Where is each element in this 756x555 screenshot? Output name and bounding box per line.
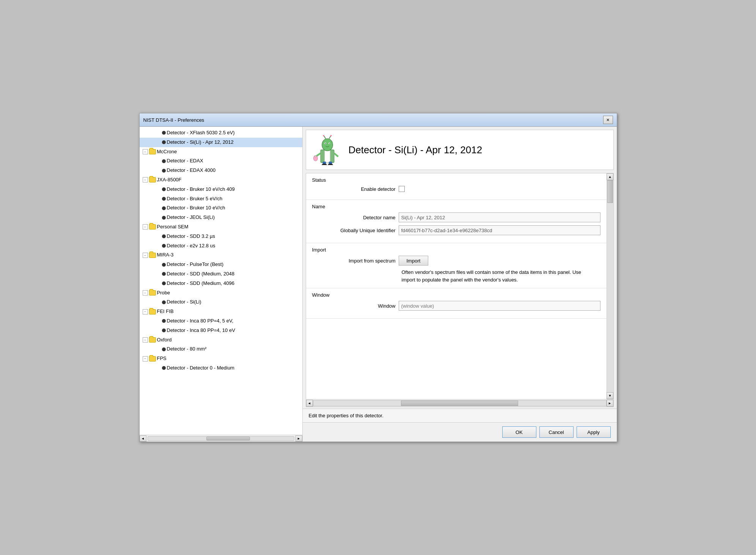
detail-hscroll-left-arrow[interactable]: ◄	[306, 400, 313, 407]
tree-item-label: Detector - Bruker 5 eV/ch	[167, 195, 223, 203]
detail-scrollable[interactable]: Status Enable detector Name Detector nam…	[306, 173, 607, 399]
section-status: Status Enable detector	[306, 173, 607, 200]
tree-item-label: FEI FIB	[157, 308, 174, 316]
tree-item-xflash[interactable]: Detector - XFlash 5030 2.5 eV)	[140, 128, 302, 138]
tree-item-label: Personal SEM	[157, 223, 189, 231]
expand-icon-mccrone[interactable]: −	[143, 149, 148, 154]
tree-item-sdd32[interactable]: Detector - SDD 3.2 µs	[140, 232, 302, 241]
tree-item-label: Detector - Si(Li) - Apr 12, 2012	[167, 138, 234, 146]
tree-item-label: Detector - Bruker 10 eV/ch	[167, 204, 225, 212]
tree-container[interactable]: Detector - XFlash 5030 2.5 eV) Detector …	[140, 127, 302, 435]
tree-item-bruker10-409[interactable]: Detector - Bruker 10 eV/ch 409	[140, 185, 302, 194]
tree-item-label: Detector - SDD 3.2 µs	[167, 233, 215, 241]
detail-hscroll[interactable]: ◄ ►	[306, 399, 613, 407]
left-hscroll[interactable]: ◄ ►	[140, 435, 302, 442]
expand-icon-oxford[interactable]: −	[143, 337, 148, 343]
hscroll-track[interactable]	[148, 436, 294, 441]
cancel-button[interactable]: Cancel	[539, 426, 574, 438]
detector-header: Detector - Si(Li) - Apr 12, 2012	[306, 130, 614, 170]
leaf-bullet	[162, 169, 166, 173]
leaf-bullet	[162, 244, 166, 248]
close-button[interactable]: ✕	[603, 116, 613, 124]
tree-item-inca80-10ev[interactable]: Detector - Inca 80 PP=4, 10 eV	[140, 326, 302, 335]
status-text: Edit the properties of this detector.	[309, 413, 384, 418]
tree-item-mccrone[interactable]: − McCrone	[140, 147, 302, 157]
title-bar-controls: ✕	[603, 116, 613, 124]
leaf-bullet	[162, 206, 166, 210]
section-name: Name Detector name Globally Unique Ident…	[306, 200, 607, 243]
folder-icon-jxa8500f	[149, 177, 156, 182]
ok-button[interactable]: OK	[502, 426, 536, 438]
folder-icon-fps	[149, 356, 156, 362]
hscroll-right-arrow[interactable]: ►	[295, 436, 302, 442]
tree-item-edax[interactable]: Detector - EDAX	[140, 156, 302, 166]
right-panel: Detector - Si(Li) - Apr 12, 2012 Status …	[303, 127, 617, 442]
tree-item-label: Detector - Inca 80 PP=4, 10 eV	[167, 327, 235, 335]
detail-hscroll-right-arrow[interactable]: ►	[607, 400, 613, 407]
tree-item-label: Detector - Si(Li)	[167, 298, 201, 306]
tree-item-fps[interactable]: − FPS	[140, 354, 302, 363]
tree-item-fei-fib[interactable]: − FEI FIB	[140, 307, 302, 316]
tree-item-sili-2012[interactable]: Detector - Si(Li) - Apr 12, 2012	[140, 138, 302, 147]
leaf-bullet	[162, 131, 166, 135]
tree-item-mira3[interactable]: − MIRA-3	[140, 250, 302, 260]
tree-item-label: Detector - JEOL Si(Li)	[167, 214, 215, 222]
enable-detector-label: Enable detector	[312, 186, 396, 192]
detector-name-input[interactable]	[399, 212, 600, 222]
folder-icon-fei-fib	[149, 309, 156, 314]
form-row-detector-name: Detector name	[312, 212, 600, 222]
expand-icon-mira3[interactable]: −	[143, 253, 148, 258]
svg-line-9	[329, 136, 330, 139]
apply-button[interactable]: Apply	[577, 426, 611, 438]
tree-item-label: Detector - Bruker 10 eV/ch 409	[167, 186, 235, 193]
tree-item-bruker10[interactable]: Detector - Bruker 10 eV/ch	[140, 203, 302, 213]
expand-icon-probe[interactable]: −	[143, 290, 148, 296]
tree-item-medium[interactable]: Detector - Detector 0 - Medium	[140, 363, 302, 373]
section-window: Window Window	[306, 288, 607, 319]
tree-item-personal-sem[interactable]: − Personal SEM	[140, 222, 302, 232]
detail-hscroll-track[interactable]	[313, 400, 607, 406]
tree-item-sdd-2048[interactable]: Detector - SDD (Medium, 2048	[140, 269, 302, 279]
vscroll-track[interactable]	[607, 180, 613, 392]
detector-name-label: Detector name	[312, 215, 396, 220]
tree-item-probe[interactable]: − Probe	[140, 288, 302, 298]
tree-item-sdd-4096[interactable]: Detector - SDD (Medium, 4096	[140, 279, 302, 288]
import-button[interactable]: Import	[399, 256, 429, 266]
window-input[interactable]	[399, 301, 600, 311]
vscroll-bar[interactable]: ▲ ▼	[607, 173, 613, 399]
section-import: Import Import from spectrum Import Often…	[306, 243, 607, 288]
tree-item-inca80-5ev[interactable]: Detector - Inca 80 PP=4, 5 eV,	[140, 316, 302, 326]
vscroll-down-arrow[interactable]: ▼	[607, 392, 613, 399]
expand-icon-fei-fib[interactable]: −	[143, 309, 148, 314]
tree-item-bruker5[interactable]: Detector - Bruker 5 eV/ch	[140, 194, 302, 204]
svg-point-6	[329, 143, 330, 144]
expand-icon-personal-sem[interactable]: −	[143, 224, 148, 230]
tree-item-label: Detector - SDD (Medium, 2048	[167, 270, 234, 278]
scientist-icon	[312, 135, 343, 165]
form-row-guid: Globally Unique Identifier	[312, 225, 600, 235]
expand-icon-fps[interactable]: −	[143, 356, 148, 362]
tree-item-e2v[interactable]: Detector - e2v 12.8 us	[140, 241, 302, 251]
window-label: Window	[312, 303, 396, 309]
tree-item-label: JXA-8500F	[157, 176, 182, 184]
guid-input[interactable]	[399, 225, 600, 235]
tree-item-edax4000[interactable]: Detector - EDAX 4000	[140, 166, 302, 175]
enable-detector-checkbox[interactable]	[399, 186, 405, 192]
vscroll-up-arrow[interactable]: ▲	[607, 173, 613, 180]
tree-item-oxford[interactable]: − Oxford	[140, 335, 302, 345]
tree-item-label: McCrone	[157, 148, 177, 156]
expand-icon-jxa8500f[interactable]: −	[143, 177, 148, 182]
tree-item-jxa8500f[interactable]: − JXA-8500F	[140, 175, 302, 185]
leaf-bullet	[162, 272, 166, 276]
folder-icon-oxford	[149, 337, 156, 343]
tree-item-label: Detector - 80 mm²	[167, 345, 207, 353]
tree-item-jeol-sili[interactable]: Detector - JEOL Si(Li)	[140, 213, 302, 222]
tree-item-pulsetor[interactable]: Detector - PulseTor (Best)	[140, 260, 302, 269]
import-from-spectrum-label: Import from spectrum	[312, 258, 396, 264]
svg-rect-13	[314, 156, 316, 157]
tree-item-80mm2[interactable]: Detector - 80 mm²	[140, 344, 302, 354]
hscroll-left-arrow[interactable]: ◄	[140, 436, 146, 442]
tree-item-sili-probe[interactable]: Detector - Si(Li)	[140, 297, 302, 307]
leaf-bullet	[162, 159, 166, 163]
section-title-import: Import	[312, 247, 600, 253]
